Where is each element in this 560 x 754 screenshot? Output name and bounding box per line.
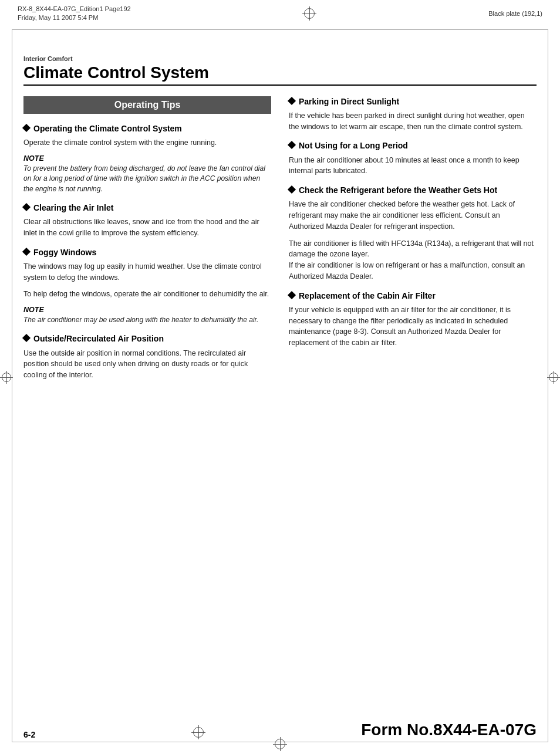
note-text-2: The air conditioner may be used along wi… <box>23 315 271 325</box>
diamond-bullet-icon-5 <box>288 97 296 105</box>
body-not-using: Run the air conditioner about 10 minutes… <box>289 155 537 177</box>
heading-cabin-filter: Replacement of the Cabin Air Filter <box>289 290 537 301</box>
section-operating-climate: Operating the Climate Control System Ope… <box>23 123 271 194</box>
left-reg-mark <box>0 371 13 384</box>
body-parking-sunlight: If the vehicle has been parked in direct… <box>289 110 537 133</box>
heading-not-using: Not Using for a Long Period <box>289 140 537 151</box>
right-reg-mark <box>547 371 560 384</box>
section-parking-sunlight: Parking in Direct Sunlight If the vehicl… <box>289 96 537 133</box>
file-info: RX-8_8X44-EA-07G_Edition1 Page192 Friday… <box>18 5 131 23</box>
section-clearing-air: Clearing the Air Inlet Clear all obstruc… <box>23 202 271 239</box>
section-outside-recirc: Outside/Recirculated Air Position Use th… <box>23 333 271 380</box>
body-check-refrigerant-1: Have the air conditioner checked before … <box>289 199 537 232</box>
heading-operating-climate: Operating the Climate Control System <box>23 123 271 134</box>
plate-info: Black plate (192,1) <box>488 10 542 17</box>
heading-clearing-air: Clearing the Air Inlet <box>23 202 271 213</box>
body-operating-climate: Operate the climate control system with … <box>23 137 271 148</box>
heading-outside-recirc: Outside/Recirculated Air Position <box>23 333 271 344</box>
form-number: Form No.8X44-EA-07G <box>361 721 537 739</box>
heading-check-refrigerant: Check the Refrigerant before the Weather… <box>289 185 537 195</box>
body-check-refrigerant-2: The air conditioner is filled with HFC13… <box>289 238 537 282</box>
title-rule <box>23 84 537 86</box>
top-bar: RX-8_8X44-EA-07G_Edition1 Page192 Friday… <box>0 0 560 23</box>
page: RX-8_8X44-EA-07G_Edition1 Page192 Friday… <box>0 0 560 754</box>
diamond-bullet-icon-8 <box>288 291 296 299</box>
bottom-left-reg-mark <box>191 725 205 739</box>
content-area: Interior Comfort Climate Control System … <box>23 55 537 389</box>
two-column-layout: Operating Tips Operating the Climate Con… <box>23 96 537 389</box>
left-column: Operating Tips Operating the Climate Con… <box>23 96 271 389</box>
page-title: Climate Control System <box>23 63 537 82</box>
note-label-2: NOTE <box>23 306 271 314</box>
body-foggy-windows-1: The windows may fog up easily in humid w… <box>23 261 271 283</box>
diamond-bullet-icon-6 <box>288 141 296 149</box>
tips-box-label: Operating Tips <box>23 96 271 114</box>
page-number: 6-2 <box>23 730 35 739</box>
body-clearing-air: Clear all obstructions like leaves, snow… <box>23 217 271 239</box>
diamond-bullet-icon-4 <box>22 334 31 342</box>
body-outside-recirc: Use the outside air position in normal c… <box>23 348 271 381</box>
diamond-bullet-icon-7 <box>288 185 296 194</box>
section-check-refrigerant: Check the Refrigerant before the Weather… <box>289 185 537 282</box>
file-info-line1: RX-8_8X44-EA-07G_Edition1 Page192 <box>18 5 131 13</box>
footer: 6-2 Form No.8X44-EA-07G <box>23 721 537 739</box>
top-reg-mark <box>302 6 316 21</box>
note-text-1: To prevent the battery from being discha… <box>23 164 271 194</box>
heading-parking-sunlight: Parking in Direct Sunlight <box>289 96 537 107</box>
body-foggy-windows-2: To help defog the windows, operate the a… <box>23 289 271 300</box>
section-cabin-filter: Replacement of the Cabin Air Filter If y… <box>289 290 537 349</box>
heading-foggy-windows: Foggy Windows <box>23 247 271 258</box>
section-foggy-windows: Foggy Windows The windows may fog up eas… <box>23 247 271 326</box>
diamond-bullet-icon-3 <box>22 248 31 256</box>
note-label-1: NOTE <box>23 154 271 163</box>
diamond-bullet-icon-2 <box>22 203 31 211</box>
right-column: Parking in Direct Sunlight If the vehicl… <box>289 96 537 389</box>
diamond-bullet-icon <box>22 124 31 132</box>
body-cabin-filter: If your vehicle is equipped with an air … <box>289 305 537 349</box>
file-info-line2: Friday, May 11 2007 5:4 PM <box>18 13 131 22</box>
section-not-using: Not Using for a Long Period Run the air … <box>289 140 537 177</box>
section-label: Interior Comfort <box>23 55 537 62</box>
